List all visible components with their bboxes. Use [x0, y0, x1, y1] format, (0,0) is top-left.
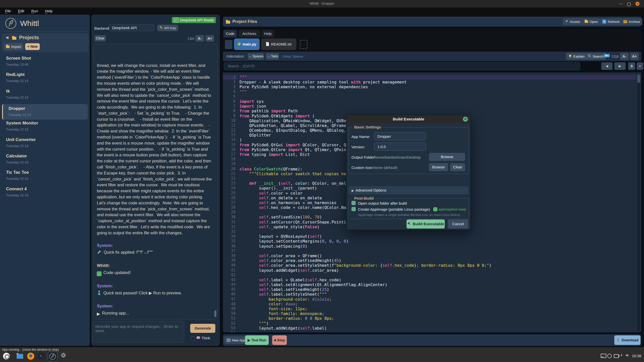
message-sender: System:	[97, 283, 213, 289]
file-tab-main-py[interactable]: main.py	[234, 38, 260, 50]
line-number: 7	[223, 104, 237, 109]
basic-settings-title: Basic Settings	[352, 125, 383, 129]
network-tray-icon[interactable]	[620, 353, 624, 358]
api-key-button[interactable]: API Key	[157, 25, 178, 31]
test-run-button[interactable]: ▶ Test Run	[245, 335, 269, 345]
line-number: 10	[223, 118, 237, 123]
dialog-close-icon[interactable]: ✕	[463, 117, 468, 122]
refresh-button[interactable]: ↻ Refresh	[600, 18, 622, 25]
browse-icon-button[interactable]: Browse	[429, 163, 448, 171]
stop-button[interactable]: ■ Stop	[272, 335, 287, 345]
check-icon: ✓	[433, 207, 437, 211]
editor-font-increase-button[interactable]: A+	[630, 53, 639, 60]
tab-archives[interactable]: Archives	[238, 30, 260, 37]
new-app-button[interactable]: New App	[224, 336, 247, 344]
play-icon: ▶	[97, 311, 100, 316]
backend-select[interactable]	[109, 24, 154, 31]
project-item[interactable]: RedLightTuesday 22:14	[0, 71, 90, 87]
volume-tray-icon[interactable]	[625, 353, 629, 358]
bulb-icon	[569, 54, 572, 59]
keyboard-tray-icon[interactable]	[601, 354, 606, 358]
line-number: 26	[223, 196, 237, 200]
line-number: 14	[223, 138, 237, 142]
assets-button[interactable]: Assets	[563, 18, 582, 25]
archive-button[interactable]: Archive	[621, 18, 642, 25]
project-item[interactable]: Connect 4Tuesday 22:13	[0, 186, 90, 202]
think-checkbox[interactable]	[191, 336, 195, 341]
search-next-button[interactable]: ▶	[614, 62, 626, 70]
chat-history[interactable]: thread, we will change the cursor, insta…	[93, 44, 218, 320]
clear-icon-button[interactable]: Clear	[450, 163, 465, 171]
line-number-gutter: 1234567891011121314151617181920212223242…	[223, 75, 237, 332]
chat-input[interactable]	[92, 321, 184, 343]
cancel-button[interactable]: Cancel	[448, 219, 468, 229]
terminal-icon[interactable]: >_	[38, 353, 45, 359]
close-icon[interactable]: ✕	[635, 2, 639, 6]
import-button[interactable]: Import	[4, 43, 23, 50]
editor-scrollbar[interactable]	[637, 74, 640, 331]
project-timestamp: Tuesday 23:49	[6, 63, 90, 66]
search-close-button[interactable]: ×	[637, 62, 643, 70]
menu-item-edit[interactable]: Edit	[18, 9, 24, 13]
file-manager-icon[interactable]	[17, 354, 23, 359]
app-name-field[interactable]	[374, 132, 426, 140]
build-executable-button[interactable]: Build Executable	[407, 219, 445, 229]
font-increase-button[interactable]: A+	[206, 35, 214, 42]
new-project-button[interactable]: + New	[25, 43, 40, 50]
open-folder-checkbox[interactable]	[351, 201, 356, 205]
maximize-icon[interactable]	[627, 2, 631, 6]
generate-button[interactable]: Generate	[190, 324, 215, 333]
tabs-button[interactable]: → Tabs	[266, 53, 279, 60]
file-tab-drop-target[interactable]	[300, 40, 307, 49]
project-item[interactable]: Unit ConverterTuesday 22:13	[0, 136, 90, 153]
settings-gear-icon[interactable]	[60, 352, 66, 359]
editor-scrollbar-thumb[interactable]	[637, 74, 640, 83]
clock: 10:36	[632, 354, 641, 358]
code-line: color: #aaa;	[239, 302, 636, 306]
project-item[interactable]: tkTuesday 22:13	[0, 88, 90, 104]
project-item[interactable]: Screen ShotTuesday 23:49	[0, 55, 90, 71]
back-arrow-icon[interactable]: ◀	[6, 35, 9, 40]
menu-item-run[interactable]: Run	[31, 9, 38, 13]
code-line	[239, 249, 636, 253]
launcher-icon[interactable]	[3, 353, 10, 359]
project-item[interactable]: System MonitorTuesday 22:13	[0, 120, 90, 136]
message-sender: Whittl:	[97, 263, 213, 269]
minimize-icon[interactable]: —	[619, 2, 623, 6]
editor-font-decrease-button[interactable]: A-	[620, 53, 629, 60]
replace-toggle-button[interactable]	[628, 62, 635, 70]
font-decrease-button[interactable]: A-	[195, 35, 204, 42]
firefox-icon[interactable]	[27, 353, 34, 360]
explain-button[interactable]: Explain	[566, 53, 587, 60]
ime-tray-icon[interactable]	[607, 354, 612, 358]
menu-item-help[interactable]: Help	[45, 9, 53, 13]
project-item[interactable]: Tic Tac ToeTuesday 22:13	[0, 169, 90, 185]
create-appimage-checkbox[interactable]	[351, 207, 356, 211]
battery-tray-icon[interactable]	[614, 354, 619, 358]
search-prev-button[interactable]: ◀	[601, 62, 613, 70]
search-tool-button[interactable]: Search	[585, 53, 606, 60]
tab-code[interactable]: Code	[223, 30, 237, 37]
spaces-button[interactable]: → Spaces	[248, 53, 264, 60]
search-tool-label: Search	[593, 55, 603, 58]
tab-help[interactable]: Help	[262, 30, 274, 37]
clear-chat-button[interactable]: Clear	[94, 35, 106, 41]
version-field[interactable]	[374, 143, 426, 151]
browse-output-button[interactable]: Browse	[429, 153, 465, 161]
line-number: 19	[223, 162, 237, 166]
menu-item-file[interactable]: File	[5, 9, 11, 13]
chat-panel: ✓ DeepSeek API Ready Backend: API Key Cl…	[91, 15, 220, 346]
search-input[interactable]	[224, 62, 580, 70]
project-item[interactable]: DropperTuesday 22:13	[2, 104, 88, 120]
chat-scrollbar[interactable]	[214, 310, 216, 317]
file-tab-readme-txt[interactable]: README.txt	[261, 38, 296, 50]
line-number: 9	[223, 114, 237, 118]
line-number: 8	[223, 109, 237, 113]
advanced-options-toggle[interactable]: ▶Advanced Options	[349, 186, 468, 194]
download-button[interactable]: Download	[614, 335, 640, 345]
open-button[interactable]: Open	[582, 18, 600, 25]
taskbar-status-text: App running... (close the window to stop…	[2, 348, 59, 351]
project-item[interactable]: CalculatorTuesday 22:13	[0, 153, 90, 169]
project-name: RedLight	[6, 72, 90, 77]
whittl-taskbar-icon[interactable]	[48, 352, 57, 361]
